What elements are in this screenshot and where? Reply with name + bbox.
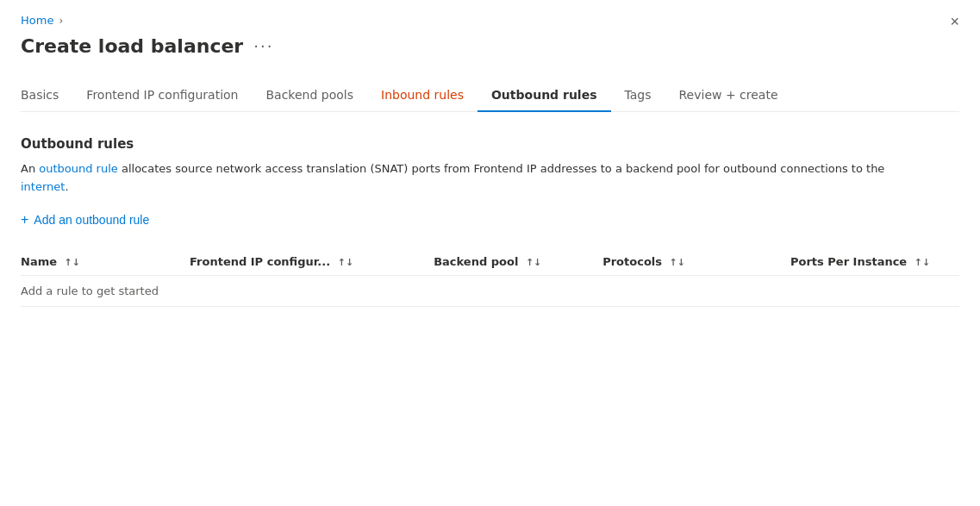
page-header: Create load balancer ···: [21, 35, 959, 57]
add-outbound-rule-label: Add an outbound rule: [34, 213, 149, 227]
section-description: An outbound rule allocates source networ…: [21, 160, 926, 197]
col-header-protocols[interactable]: Protocols ↑↓: [602, 248, 790, 276]
col-header-frontend-ip[interactable]: Frontend IP configur... ↑↓: [190, 248, 434, 276]
add-outbound-rule-button[interactable]: + Add an outbound rule: [21, 212, 149, 228]
col-header-backend-pool[interactable]: Backend pool ↑↓: [434, 248, 602, 276]
tabs-nav: Basics Frontend IP configuration Backend…: [21, 81, 959, 112]
page-container: Home › Create load balancer ··· × Basics…: [0, 0, 980, 328]
page-title: Create load balancer: [21, 35, 243, 57]
desc-link-outbound-rule[interactable]: outbound rule: [39, 162, 118, 175]
tab-outbound-rules[interactable]: Outbound rules: [478, 81, 611, 112]
close-button[interactable]: ×: [950, 14, 959, 29]
sort-icon-frontend: ↑↓: [338, 257, 353, 268]
sort-icon-name: ↑↓: [65, 257, 80, 268]
tab-review-create[interactable]: Review + create: [665, 81, 792, 112]
outbound-rules-table: Name ↑↓ Frontend IP configur... ↑↓ Backe…: [21, 248, 959, 307]
breadcrumb-separator: ›: [59, 15, 63, 27]
breadcrumb: Home ›: [21, 14, 959, 27]
plus-icon: +: [21, 212, 28, 228]
col-header-ports-per-instance[interactable]: Ports Per Instance ↑↓: [790, 248, 959, 276]
sort-icon-backend: ↑↓: [526, 257, 541, 268]
table-empty-message: Add a rule to get started: [21, 275, 959, 306]
desc-text-1: An: [21, 162, 39, 175]
desc-text-end: .: [65, 180, 68, 193]
tab-inbound-rules[interactable]: Inbound rules: [367, 81, 478, 112]
col-header-name[interactable]: Name ↑↓: [21, 248, 190, 276]
tab-backend-pools[interactable]: Backend pools: [252, 81, 367, 112]
tab-frontend-ip[interactable]: Frontend IP configuration: [72, 81, 252, 112]
section-title: Outbound rules: [21, 136, 959, 152]
sort-icon-protocols: ↑↓: [670, 257, 685, 268]
tab-tags[interactable]: Tags: [611, 81, 665, 112]
table-empty-row: Add a rule to get started: [21, 275, 959, 306]
tab-basics[interactable]: Basics: [21, 81, 72, 112]
table-header-row: Name ↑↓ Frontend IP configur... ↑↓ Backe…: [21, 248, 959, 276]
sort-icon-ports: ↑↓: [914, 257, 930, 268]
desc-text-2: allocates source network access translat…: [118, 162, 885, 175]
page-menu-button[interactable]: ···: [253, 37, 273, 55]
desc-link-internet[interactable]: internet: [21, 180, 65, 193]
breadcrumb-home[interactable]: Home: [21, 14, 53, 27]
